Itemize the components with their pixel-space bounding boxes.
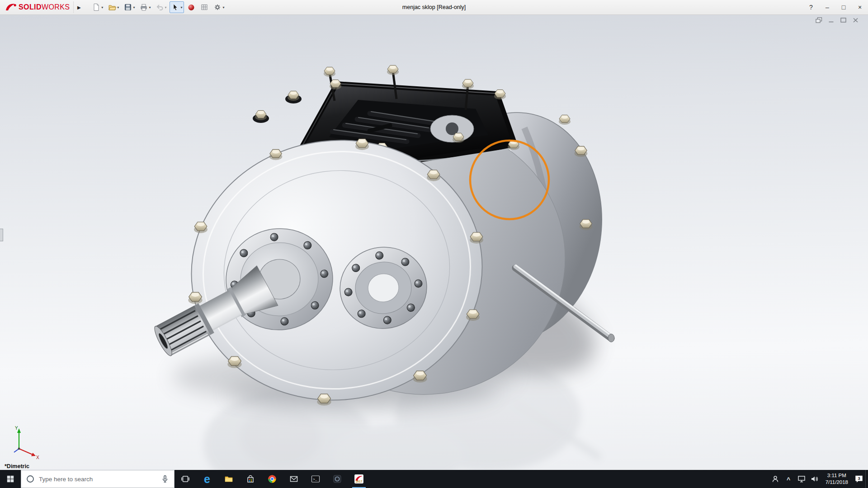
windows-logo-icon xyxy=(6,475,14,483)
speaker-icon xyxy=(810,474,819,483)
microphone-icon[interactable] xyxy=(160,474,170,483)
chrome-icon xyxy=(268,474,277,483)
chrome-button[interactable] xyxy=(261,470,283,488)
view-orientation-label: *Dimetric xyxy=(5,463,29,469)
panel-splitter-handle[interactable] xyxy=(0,229,3,241)
save-icon xyxy=(124,3,132,11)
app-titlebar: SOLIDWORKS ▶ ▾ ▾ ▾ xyxy=(0,0,868,15)
edge-button[interactable]: e xyxy=(196,470,218,488)
quick-access-toolbar: ▾ ▾ ▾ ▾ ▾ xyxy=(90,1,226,13)
maximize-button[interactable]: □ xyxy=(835,0,852,14)
store-button[interactable] xyxy=(240,470,261,488)
doc-close-icon[interactable] xyxy=(852,17,859,23)
terminal-button[interactable]: >_ xyxy=(305,470,326,488)
file-explorer-button[interactable] xyxy=(218,470,240,488)
new-document-button[interactable]: ▾ xyxy=(90,1,105,13)
select-cursor-icon xyxy=(171,3,179,11)
doc-maximize-icon[interactable] xyxy=(840,17,847,23)
generic-app-button[interactable] xyxy=(326,470,348,488)
undo-icon xyxy=(156,3,164,11)
solidworks-logo-icon xyxy=(5,2,16,12)
start-button[interactable] xyxy=(0,470,21,488)
doc-restore-icon[interactable] xyxy=(816,17,822,23)
save-button[interactable]: ▾ xyxy=(122,1,137,13)
minimize-button[interactable]: – xyxy=(819,0,835,14)
close-button[interactable]: × xyxy=(852,0,868,14)
flyout-arrow-icon: ▶ xyxy=(77,5,81,10)
show-desktop-button[interactable] xyxy=(865,470,868,488)
print-icon xyxy=(140,3,148,11)
print-button[interactable]: ▾ xyxy=(138,1,152,13)
network-button[interactable] xyxy=(795,470,808,488)
task-view-icon xyxy=(181,474,190,483)
svg-text:2017: 2017 xyxy=(356,480,363,483)
table-icon xyxy=(200,3,208,11)
new-document-icon xyxy=(92,3,100,11)
edge-icon: e xyxy=(204,474,210,485)
action-center-icon: 3 xyxy=(854,474,864,484)
network-icon xyxy=(797,474,806,483)
solidworks-menu[interactable]: SOLIDWORKS xyxy=(0,2,73,12)
system-tray: ^ 3:11 PM 7/11/2018 3 xyxy=(769,470,868,488)
svg-text:>_: >_ xyxy=(313,477,317,481)
y-axis-label: Y xyxy=(15,426,18,431)
windows-taskbar: e >_ xyxy=(0,470,868,488)
cortana-icon xyxy=(26,474,35,483)
taskbar-search[interactable] xyxy=(21,470,175,488)
clock-time: 3:11 PM xyxy=(826,472,848,479)
document-title: menjac sklop [Read-only] xyxy=(402,4,466,10)
volume-button[interactable] xyxy=(808,470,821,488)
generic-app-icon xyxy=(333,474,342,483)
open-folder-icon xyxy=(108,3,116,11)
help-button[interactable]: ? xyxy=(803,0,819,14)
solidworks-app-icon: 2017 xyxy=(354,474,364,484)
design-table-button[interactable] xyxy=(198,1,210,13)
terminal-icon: >_ xyxy=(311,474,320,483)
action-center-button[interactable]: 3 xyxy=(852,470,865,488)
mail-button[interactable] xyxy=(283,470,305,488)
taskbar-clock[interactable]: 3:11 PM 7/11/2018 xyxy=(821,472,852,486)
search-input[interactable] xyxy=(39,476,156,483)
people-icon xyxy=(771,474,780,483)
clock-date: 7/11/2018 xyxy=(826,479,848,486)
doc-minimize-icon[interactable] xyxy=(828,17,835,23)
chevron-up-icon: ^ xyxy=(787,476,790,483)
window-controls: ? – □ × xyxy=(803,0,868,14)
appearance-sphere-icon xyxy=(187,3,195,11)
mail-icon xyxy=(289,474,298,483)
document-window-controls xyxy=(816,17,859,23)
graphics-area: Y X *Dimetric xyxy=(0,15,868,470)
store-bag-icon xyxy=(246,474,255,483)
people-button[interactable] xyxy=(769,470,782,488)
orientation-triad: Y X xyxy=(9,424,42,459)
undo-button[interactable]: ▾ xyxy=(154,1,168,13)
notification-badge: 3 xyxy=(858,476,860,481)
task-view-button[interactable] xyxy=(175,470,196,488)
open-button[interactable]: ▾ xyxy=(106,1,121,13)
options-button[interactable]: ▾ xyxy=(212,1,226,13)
brand-text: SOLIDWORKS xyxy=(19,3,70,11)
x-axis-label: X xyxy=(36,455,39,459)
solidworks-app-button[interactable]: 2017 xyxy=(348,470,370,488)
menu-flyout-arrow[interactable]: ▶ xyxy=(73,1,84,13)
gear-icon xyxy=(213,3,222,11)
hidden-icons-button[interactable]: ^ xyxy=(782,470,795,488)
appearance-button[interactable] xyxy=(185,1,197,13)
file-explorer-icon xyxy=(224,474,233,483)
select-tool-button[interactable]: ▾ xyxy=(170,1,184,13)
gearbox-3d-model[interactable] xyxy=(0,15,868,470)
